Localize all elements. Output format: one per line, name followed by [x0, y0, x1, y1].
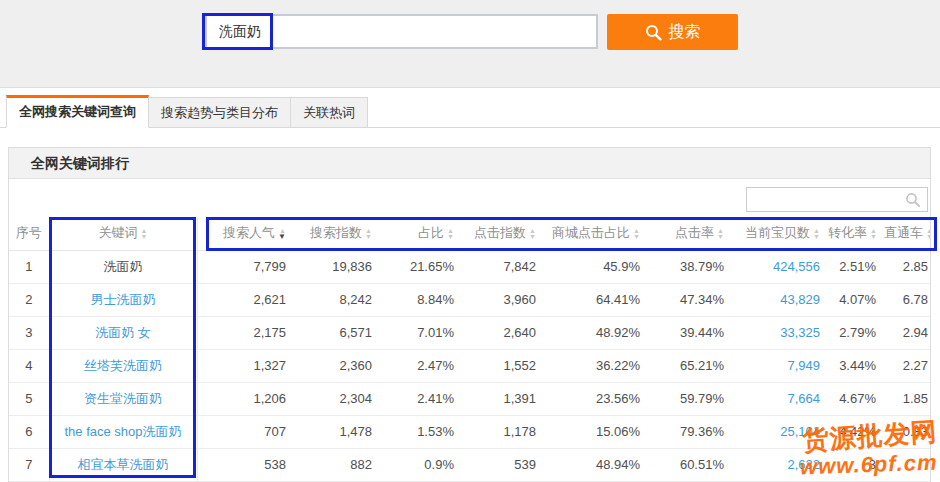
panel-title: 全网关键词排行 — [31, 155, 129, 171]
metric-cell: 2.51% — [828, 250, 884, 283]
metric-cell: 4.67% — [828, 382, 884, 415]
sort-arrows-icon[interactable]: ▲▼ — [141, 228, 148, 240]
column-label: 占比 — [418, 225, 444, 240]
metric-cell: 1.85 — [884, 382, 930, 415]
metric-cell: 2.94 — [884, 316, 930, 349]
keyword-link[interactable]: the face shop洗面奶 — [49, 415, 197, 448]
item-count-link[interactable]: 33,325 — [732, 316, 828, 349]
table-filter-box — [746, 187, 928, 212]
metric-cell: 79.36% — [648, 415, 732, 448]
sort-arrows-icon[interactable]: ▲▼ — [870, 228, 877, 240]
item-count-link[interactable]: 25,104 — [732, 415, 828, 448]
table-filter-input[interactable] — [747, 188, 905, 211]
metric-cell: 36.22% — [544, 349, 648, 382]
metric-cell: 1,178 — [462, 415, 544, 448]
metric-cell: 3.44% — [828, 349, 884, 382]
column-header[interactable]: 商城点击占比▲▼ — [544, 217, 648, 250]
tab[interactable]: 关联热词 — [291, 97, 368, 128]
column-label: 商城点击占比 — [552, 225, 630, 240]
column-label: 直通车 — [884, 225, 923, 240]
keyword-link[interactable]: 资生堂洗面奶 — [49, 382, 197, 415]
column-label: 序号 — [16, 225, 42, 240]
metric-cell: 8.84% — [380, 283, 462, 316]
metric-cell: 60.51% — [648, 448, 732, 481]
keyword-link[interactable]: 相宜本草洗面奶 — [49, 448, 197, 481]
sort-arrows-icon[interactable]: ▲▼ — [529, 228, 536, 240]
item-count-link[interactable]: 7,664 — [732, 382, 828, 415]
keyword-search-input[interactable] — [205, 14, 598, 49]
metric-cell: 2.85 — [884, 250, 930, 283]
column-label: 当前宝贝数 — [745, 225, 810, 240]
metric-cell: 2.47% — [380, 349, 462, 382]
metric-cell: 2,621 — [197, 283, 294, 316]
metric-cell: 0.9% — [380, 448, 462, 481]
sort-arrows-icon[interactable]: ▲▼ — [813, 228, 820, 240]
metric-cell: 882 — [294, 448, 380, 481]
metric-cell — [884, 448, 930, 481]
keyword-link[interactable]: 男士洗面奶 — [49, 283, 197, 316]
column-header[interactable]: 点击率▲▼ — [648, 217, 732, 250]
metric-cell: 2.27 — [884, 349, 930, 382]
sort-arrows-icon[interactable]: ▲▼ — [926, 228, 930, 240]
metric-cell: 2,304 — [294, 382, 380, 415]
tab[interactable]: 搜索趋势与类目分布 — [149, 97, 291, 128]
table-row: 4丝塔芙洗面奶1,3272,3602.47%1,55236.22%65.21%7… — [9, 349, 930, 382]
metric-cell: 65.21% — [648, 349, 732, 382]
sort-arrows-icon[interactable]: ▲▼ — [633, 228, 640, 240]
search-button[interactable]: 搜索 — [607, 14, 738, 50]
column-header[interactable]: 转化率▲▼ — [828, 217, 884, 250]
panel-header: 全网关键词排行 — [9, 148, 930, 179]
column-header[interactable]: 直通车▲▼ — [884, 217, 930, 250]
table-row: 2男士洗面奶2,6218,2428.84%3,96064.41%47.34%43… — [9, 283, 930, 316]
metric-cell: 1.53% — [380, 415, 462, 448]
rank-cell: 6 — [9, 415, 49, 448]
tab-bar: 全网搜索关键词查询搜索趋势与类目分布关联热词 — [0, 95, 940, 128]
keyword-link[interactable]: 洗面奶 女 — [49, 316, 197, 349]
rank-cell: 1 — [9, 250, 49, 283]
item-count-link[interactable]: 7,949 — [732, 349, 828, 382]
metric-cell: 2,360 — [294, 349, 380, 382]
metric-cell: 2,640 — [462, 316, 544, 349]
column-header[interactable]: 当前宝贝数▲▼ — [732, 217, 828, 250]
column-label: 搜索指数 — [310, 225, 362, 240]
metric-cell: 3 — [828, 448, 884, 481]
metric-cell: 15.06% — [544, 415, 648, 448]
metric-cell: 48.94% — [544, 448, 648, 481]
item-count-link[interactable]: 43,829 — [732, 283, 828, 316]
sort-arrows-icon[interactable]: ▲▼ — [365, 228, 372, 240]
metric-cell: 539 — [462, 448, 544, 481]
column-header[interactable]: 关键词▲▼ — [49, 217, 197, 250]
item-count-link[interactable]: 424,556 — [732, 250, 828, 283]
metric-cell: 2.79% — [828, 316, 884, 349]
column-label: 搜索人气 — [223, 225, 275, 240]
sort-arrows-icon[interactable]: ▲▼ — [717, 228, 724, 240]
tab[interactable]: 全网搜索关键词查询 — [6, 95, 149, 128]
metric-cell: 1,206 — [197, 382, 294, 415]
metric-cell: 7,842 — [462, 250, 544, 283]
metric-cell: 23.56% — [544, 382, 648, 415]
column-header[interactable]: 点击指数▲▼ — [462, 217, 544, 250]
rank-cell: 3 — [9, 316, 49, 349]
column-header[interactable]: 搜索指数▲▼ — [294, 217, 380, 250]
rank-cell: 7 — [9, 448, 49, 481]
metric-cell: 21.65% — [380, 250, 462, 283]
column-label: 转化率 — [828, 225, 867, 240]
rank-cell: 4 — [9, 349, 49, 382]
metric-cell: 64.41% — [544, 283, 648, 316]
metric-cell: 6.78 — [884, 283, 930, 316]
metric-cell: 38.79% — [648, 250, 732, 283]
rank-cell: 2 — [9, 283, 49, 316]
keyword-link[interactable]: 丝塔芙洗面奶 — [49, 349, 197, 382]
column-header[interactable]: 占比▲▼ — [380, 217, 462, 250]
metric-cell: 39.44% — [648, 316, 732, 349]
page: 搜索 全网搜索关键词查询搜索趋势与类目分布关联热词 全网关键词排行 — [0, 0, 940, 482]
item-count-link[interactable]: 2,632 — [732, 448, 828, 481]
metric-cell: 7,799 — [197, 250, 294, 283]
metric-cell: 2,175 — [197, 316, 294, 349]
table-row: 1洗面奶7,79919,83621.65%7,84245.9%38.79%424… — [9, 250, 930, 283]
sort-arrows-icon[interactable]: ▲▼ — [447, 228, 454, 240]
column-header[interactable]: 搜索人气▲▼ — [197, 217, 294, 250]
search-icon — [645, 24, 662, 41]
sort-arrows-icon[interactable]: ▲▼ — [278, 228, 286, 240]
metric-cell: 45.9% — [544, 250, 648, 283]
